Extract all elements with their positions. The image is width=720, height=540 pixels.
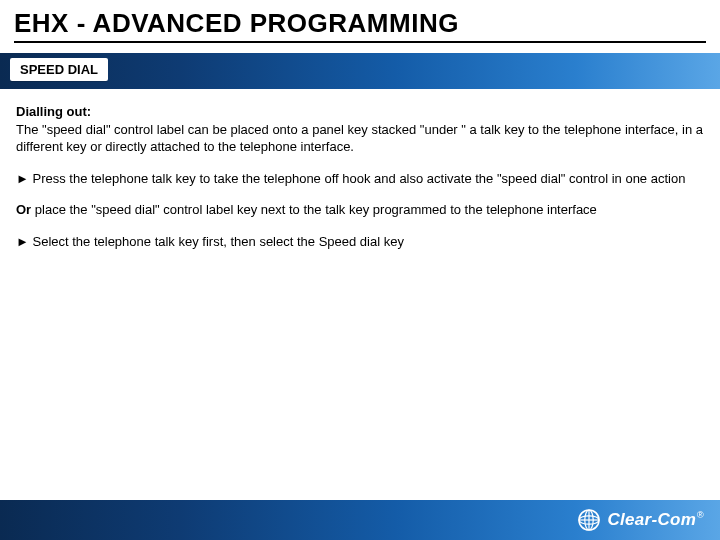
content-area: Dialling out: The "speed dial" control l…	[0, 89, 720, 250]
or-paragraph: Or place the "speed dial" control label …	[16, 201, 704, 219]
or-lead: Or	[16, 202, 31, 217]
step-select-talk-then-speed: ► Select the telephone talk key first, t…	[16, 233, 704, 251]
logo-name: Clear-Com	[607, 510, 696, 529]
logo-text: Clear-Com®	[607, 510, 704, 530]
globe-icon	[577, 508, 601, 532]
header-band: SPEED DIAL	[0, 53, 720, 89]
slide: EHX - ADVANCED PROGRAMMING SPEED DIAL Di…	[0, 0, 720, 540]
footer-band: Clear-Com®	[0, 500, 720, 540]
logo-registered: ®	[697, 510, 704, 520]
dialling-out-body: The "speed dial" control label can be pl…	[16, 122, 703, 155]
or-rest: place the "speed dial" control label key…	[31, 202, 597, 217]
dialling-out-heading: Dialling out:	[16, 104, 91, 119]
title-underline	[14, 41, 706, 43]
step-press-talk-key: ► Press the telephone talk key to take t…	[16, 170, 704, 188]
dialling-out-paragraph: Dialling out: The "speed dial" control l…	[16, 103, 704, 156]
title-area: EHX - ADVANCED PROGRAMMING	[0, 0, 720, 47]
clear-com-logo: Clear-Com®	[577, 508, 704, 532]
page-title: EHX - ADVANCED PROGRAMMING	[14, 8, 706, 39]
section-tab: SPEED DIAL	[10, 58, 108, 81]
